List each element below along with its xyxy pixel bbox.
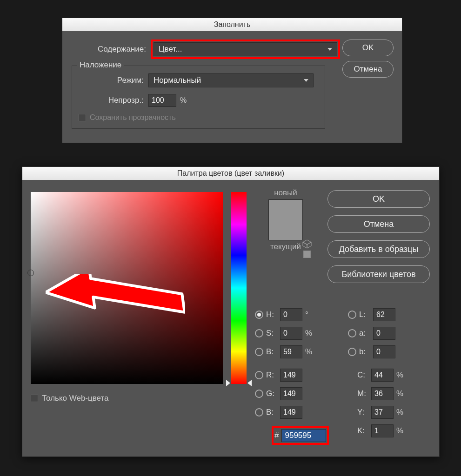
blending-legend: Наложение — [77, 60, 124, 70]
lab-b-radio[interactable] — [348, 348, 356, 356]
web-only-label: Только Web-цвета — [42, 394, 109, 403]
fill-ok-button[interactable]: OK — [342, 40, 394, 56]
picker-cancel-button[interactable]: Отмена — [327, 215, 430, 233]
preserve-transparency-label: Сохранить прозрачность — [90, 113, 176, 122]
rgb-b-label: B: — [266, 408, 278, 417]
svg-marker-0 — [303, 240, 311, 245]
add-swatches-button[interactable]: Добавить в образцы — [327, 240, 430, 258]
mode-label: Режим: — [79, 76, 148, 85]
s-input[interactable] — [280, 327, 302, 340]
r-radio[interactable] — [255, 371, 263, 379]
color-picker-dialog: Палитра цветов (цвет заливки) новый теку… — [22, 166, 440, 457]
k-input[interactable] — [371, 424, 394, 437]
hex-input[interactable] — [281, 429, 326, 442]
s-radio[interactable] — [255, 329, 263, 337]
blending-fieldset: Наложение Режим: Нормальный Непрозр.: % … — [72, 66, 325, 129]
c-label: C: — [357, 370, 369, 380]
h-label: H: — [266, 310, 278, 319]
rgb-b-input[interactable] — [280, 406, 302, 419]
picker-title: Палитра цветов (цвет заливки) — [177, 169, 284, 178]
picker-ok-button[interactable]: OK — [327, 190, 430, 208]
hsb-b-input[interactable] — [280, 345, 302, 358]
g-label: G: — [266, 389, 278, 398]
color-field[interactable] — [31, 192, 223, 384]
new-color-label: новый — [258, 188, 314, 198]
color-swatch[interactable] — [268, 199, 303, 240]
websafe-swatch[interactable] — [303, 251, 311, 258]
k-label: K: — [357, 426, 369, 436]
h-radio[interactable] — [255, 311, 263, 319]
fill-cancel-button[interactable]: Отмена — [342, 61, 394, 78]
fill-title: Заполнить — [214, 20, 251, 29]
g-radio[interactable] — [255, 390, 263, 398]
l-radio[interactable] — [348, 311, 356, 319]
fill-dialog: Заполнить Содержание: Цвет... Наложение … — [62, 18, 402, 143]
hsb-b-radio[interactable] — [255, 348, 263, 356]
opacity-input[interactable] — [148, 94, 176, 107]
hue-strip[interactable] — [231, 192, 247, 384]
l-input[interactable] — [373, 308, 395, 321]
hue-slider-left-icon[interactable] — [226, 380, 230, 386]
lab-b-label: b: — [359, 347, 371, 357]
mode-select[interactable]: Нормальный — [148, 73, 314, 87]
svg-marker-2 — [307, 242, 311, 248]
y-input[interactable] — [371, 406, 394, 419]
a-label: a: — [359, 329, 371, 338]
l-label: L: — [359, 310, 371, 319]
color-libraries-button[interactable]: Библиотеки цветов — [327, 265, 430, 283]
cube-icon[interactable] — [302, 239, 312, 249]
m-input[interactable] — [371, 387, 394, 400]
preserve-transparency-checkbox[interactable] — [79, 114, 86, 121]
color-field-cursor[interactable] — [27, 270, 34, 276]
fill-titlebar[interactable]: Заполнить — [62, 18, 402, 31]
c-input[interactable] — [371, 369, 394, 382]
content-select[interactable]: Цвет... — [154, 42, 337, 56]
opacity-unit: % — [180, 96, 187, 105]
r-input[interactable] — [280, 369, 302, 382]
hue-slider-right-icon[interactable] — [247, 380, 252, 386]
lab-b-input[interactable] — [373, 345, 395, 358]
y-label: Y: — [357, 408, 369, 417]
r-label: R: — [266, 370, 278, 380]
hex-hash-label: # — [274, 431, 279, 440]
rgb-b-radio[interactable] — [255, 408, 263, 416]
picker-titlebar[interactable]: Палитра цветов (цвет заливки) — [22, 167, 439, 180]
svg-marker-1 — [303, 242, 307, 248]
a-input[interactable] — [373, 327, 395, 340]
s-label: S: — [266, 329, 278, 338]
web-only-checkbox[interactable] — [31, 395, 38, 402]
content-label: Содержание: — [72, 45, 151, 54]
a-radio[interactable] — [348, 329, 356, 337]
g-input[interactable] — [280, 387, 302, 400]
opacity-label: Непрозр.: — [79, 96, 148, 105]
hsb-b-label: B: — [266, 347, 278, 357]
m-label: M: — [357, 389, 369, 398]
h-input[interactable] — [280, 308, 302, 321]
